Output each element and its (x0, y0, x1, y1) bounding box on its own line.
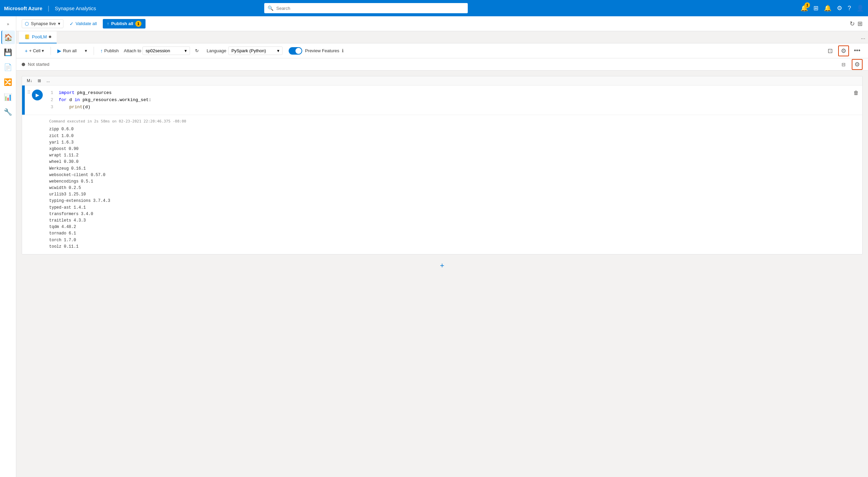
code-lines: 1 import pkg_resources 2 for d in pkg_re… (45, 90, 850, 111)
integrate-rail-icon[interactable]: 🔀 (1, 75, 15, 89)
layout-icon[interactable]: ⊞ (857, 20, 863, 27)
cell-code-area[interactable]: 1 import pkg_resources 2 for d in pkg_re… (45, 85, 850, 115)
rail-expand-btn[interactable]: » (7, 19, 9, 29)
output-line: webencodings 0.5.1 (49, 178, 857, 185)
publish-button[interactable]: ↑ Publish (97, 46, 122, 55)
status-bar: Not started ⊟ ⚙ (16, 58, 868, 71)
add-cell-bottom-button[interactable]: + (22, 257, 863, 274)
publish-all-button[interactable]: ↑ Publish all 1 (103, 19, 146, 28)
preview-info-icon[interactable]: ℹ (342, 48, 344, 53)
publish-badge: 1 (135, 21, 141, 27)
validate-all-label: Validate all (76, 21, 97, 26)
output-line: toolz 0.11.1 (49, 244, 857, 250)
preview-toggle[interactable] (289, 47, 302, 55)
attach-label: Attach to (124, 48, 142, 53)
language-value: PySpark (Python) (231, 48, 266, 53)
notebook-views-button[interactable]: ⊡ (825, 45, 835, 56)
run-cell-button[interactable]: ▶ (32, 90, 43, 100)
tab-notebook-icon: 📒 (24, 34, 30, 39)
run-cell-icon: ▶ (36, 92, 39, 98)
run-all-label: Run all (63, 48, 76, 53)
collapse-all-button[interactable]: ⊟ (838, 59, 849, 70)
search-box[interactable]: 🔍 (264, 3, 468, 13)
notebook-content: M↓ ⊞ ... ⠿ ▶ (16, 71, 868, 477)
code-line-3: 3 print(d) (45, 104, 850, 111)
tab-unsaved-dot (49, 36, 51, 38)
tab-poolLM[interactable]: 📒 PoolLM (19, 31, 57, 43)
toggle-knob (295, 48, 302, 54)
attach-dropdown[interactable]: sp02session ▾ (142, 46, 190, 55)
notebook-toolbar-right: ⊡ ⚙ ••• (825, 45, 863, 56)
output-line: websocket-client 0.57.0 (49, 172, 857, 178)
status-text: Not started (28, 62, 50, 67)
synapse-live-label: Synapse live (31, 21, 56, 26)
code-cell: M↓ ⊞ ... ⠿ ▶ (22, 76, 863, 254)
synapse-live-button[interactable]: ⬡ Synapse live ▾ (22, 19, 63, 28)
language-label: Language (207, 48, 226, 53)
tab-more-button[interactable]: ... (861, 34, 865, 40)
refresh-icon[interactable]: ↻ (850, 20, 855, 27)
table-btn[interactable]: ⊞ (36, 78, 43, 84)
manage-rail-icon[interactable]: 🔧 (1, 105, 15, 119)
secondary-toolbar-right: ↻ ⊞ (850, 20, 863, 27)
output-line: wheel 0.30.0 (49, 159, 857, 165)
run-chevron-button[interactable]: ▾ (82, 46, 90, 55)
output-line: torch 1.7.0 (49, 237, 857, 244)
output-line: urllib3 1.25.10 (49, 191, 857, 198)
output-line: wrapt 1.11.2 (49, 152, 857, 159)
attach-chevron: ▾ (185, 48, 187, 53)
language-dropdown[interactable]: PySpark (Python) ▾ (228, 46, 283, 55)
output-line: traitlets 4.3.3 (49, 217, 857, 224)
output-line: typing-extensions 3.7.4.3 (49, 198, 857, 204)
run-all-button[interactable]: ▶ Run all (54, 46, 79, 56)
cell-mini-toolbar: M↓ ⊞ ... (22, 76, 862, 85)
synapse-live-icon: ⬡ (25, 21, 29, 26)
validate-all-button[interactable]: ✓ Validate all (66, 20, 100, 28)
product-label: Synapse Analytics (55, 5, 96, 11)
preview-toggle-group: Preview Features ℹ (289, 47, 344, 55)
status-settings-button[interactable]: ⚙ (852, 59, 863, 70)
notebook-settings-button[interactable]: ⚙ (838, 45, 849, 56)
cell-delete-button[interactable]: 🗑 (851, 88, 861, 98)
help-icon[interactable]: ? (848, 5, 851, 12)
main-layout: » 🏠 💾 📄 🔀 📊 🔧 ⬡ Synapse live ▾ ✓ Validat… (0, 16, 868, 477)
notebook-more-button[interactable]: ••• (852, 45, 863, 56)
brand-label: Microsoft Azure (4, 5, 42, 11)
search-input[interactable] (276, 6, 464, 11)
output-line: xgboost 0.90 (49, 146, 857, 152)
synapse-live-chevron: ▾ (58, 21, 60, 26)
bell-icon[interactable]: 🔔 (824, 4, 831, 12)
attach-group: Attach to sp02session ▾ (124, 46, 190, 55)
directory-switch-icon[interactable]: ⊞ (813, 4, 818, 12)
add-cell-button[interactable]: + + Cell ▾ (22, 46, 47, 55)
output-line: zipp 0.6.0 (49, 126, 857, 133)
secondary-toolbar: ⬡ Synapse live ▾ ✓ Validate all ↑ Publis… (16, 16, 868, 31)
topbar: Microsoft Azure | Synapse Analytics 🔍 🔔 … (0, 0, 868, 16)
cell-drag-handle[interactable]: ⠿ (27, 90, 32, 95)
cell-run-area: ⠿ ▶ (25, 85, 45, 115)
search-icon: 🔍 (268, 5, 273, 11)
data-rail-icon[interactable]: 💾 (1, 45, 15, 59)
monitor-rail-icon[interactable]: 📊 (1, 90, 15, 104)
output-line: typed-ast 1.4.1 (49, 205, 857, 211)
status-right: ⊟ ⚙ (838, 59, 863, 70)
settings-icon[interactable]: ⚙ (837, 4, 842, 12)
publish-all-icon: ↑ (107, 21, 109, 26)
notifications-icon[interactable]: 🔔 1 (801, 4, 808, 12)
attach-value: sp02session (146, 48, 170, 53)
markdown-btn[interactable]: M↓ (25, 78, 34, 84)
cell-more-btn[interactable]: ... (44, 78, 52, 84)
cell-label: + Cell (29, 48, 41, 53)
language-group: Language PySpark (Python) ▾ (207, 46, 283, 55)
brand-divider: | (48, 5, 50, 12)
output-line: transformers 3.4.0 (49, 211, 857, 217)
home-rail-icon[interactable]: 🏠 (1, 31, 15, 44)
account-icon[interactable]: 👤 (856, 4, 864, 12)
output-text: zipp 0.6.0 zict 1.0.0 yarl 1.6.3 xgboost… (49, 126, 857, 250)
validate-icon: ✓ (70, 21, 74, 26)
develop-rail-icon[interactable]: 📄 (1, 60, 15, 74)
status-dot (22, 63, 25, 66)
refresh-session-button[interactable]: ↻ (192, 46, 202, 55)
run-all-icon: ▶ (57, 48, 61, 54)
refresh-icon-nb: ↻ (195, 48, 199, 53)
